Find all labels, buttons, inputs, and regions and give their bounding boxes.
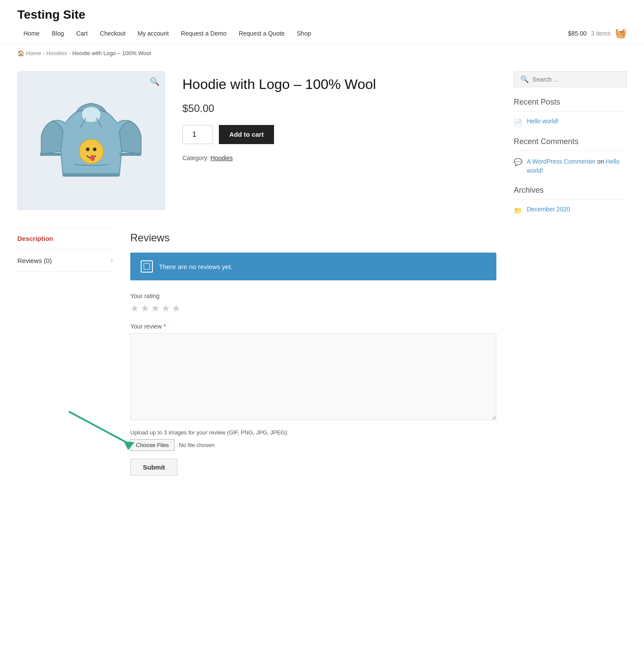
choose-files-button[interactable]: Choose Files	[130, 439, 175, 451]
upload-label: Upload up to 3 images for your review (G…	[130, 429, 496, 436]
zoom-icon[interactable]: 🔍	[150, 77, 159, 86]
add-to-cart-button[interactable]: Add to cart	[219, 125, 274, 144]
comment-text: A WordPress Commenter on Hello world!	[527, 157, 627, 175]
product-price: $50.00	[182, 102, 496, 115]
star-1[interactable]: ★	[130, 303, 139, 314]
product-category: Category: Hoodies	[182, 155, 496, 161]
product-title: Hoodie with Logo – 100% Wool	[182, 76, 496, 94]
no-file-text: No file chosen	[179, 442, 215, 448]
recent-comments-section: Recent Comments 💬 A WordPress Commenter …	[514, 137, 627, 175]
product-image-svg	[39, 89, 143, 193]
comment-on: on	[597, 158, 604, 165]
tabs-reviews-container: Description Reviews (0) › Reviews ☐ Ther…	[17, 227, 496, 476]
site-header: Testing Site Home Blog Cart Checkout My …	[0, 0, 644, 44]
home-icon: 🏠	[17, 50, 24, 56]
no-reviews-message: There are no reviews yet.	[159, 263, 232, 270]
list-item: 💬 A WordPress Commenter on Hello world!	[514, 157, 627, 175]
recent-comments-title: Recent Comments	[514, 137, 627, 151]
document-icon: 📄	[514, 118, 522, 127]
product-details: Hoodie with Logo – 100% Wool $50.00 Add …	[182, 71, 496, 210]
list-item: 📄 Hello world!	[514, 118, 627, 127]
breadcrumb: 🏠 Home › Hoodies › Hoodie with Logo – 10…	[0, 44, 644, 62]
cart-icon[interactable]: 🧺	[615, 28, 627, 39]
tab-reviews[interactable]: Reviews (0) ›	[17, 250, 113, 272]
review-textarea[interactable]	[130, 333, 496, 420]
upload-section: Upload up to 3 images for your review (G…	[130, 429, 496, 451]
product-image: 🔍	[17, 71, 165, 210]
star-5[interactable]: ★	[172, 303, 181, 314]
nav-blog[interactable]: Blog	[46, 28, 70, 39]
upload-row: Choose Files No file chosen	[130, 439, 496, 451]
reviews-title: Reviews	[130, 232, 496, 244]
nav-shop[interactable]: Shop	[291, 28, 317, 39]
tab-reviews-label: Reviews (0)	[17, 257, 52, 264]
review-field-container: Your review *	[130, 323, 496, 421]
nav-home[interactable]: Home	[17, 28, 46, 39]
archives-title: Archives	[514, 186, 627, 200]
svg-rect-7	[119, 153, 141, 156]
svg-rect-5	[63, 173, 119, 177]
content-area: 🔍	[17, 71, 496, 476]
comment-icon: 💬	[514, 158, 522, 166]
star-3[interactable]: ★	[151, 303, 160, 314]
search-icon: 🔍	[520, 75, 529, 83]
nav-request-quote[interactable]: Request a Quote	[233, 28, 291, 39]
archive-december-2020[interactable]: December 2020	[527, 206, 570, 213]
nav-my-account[interactable]: My account	[132, 28, 175, 39]
chevron-right-icon: ›	[111, 256, 113, 264]
star-rating[interactable]: ★ ★ ★ ★ ★	[130, 303, 496, 314]
svg-point-2	[86, 148, 89, 151]
reviews-section: Reviews ☐ There are no reviews yet. Your…	[130, 232, 496, 476]
quantity-input[interactable]	[182, 125, 213, 144]
rating-section: Your rating ★ ★ ★ ★ ★	[130, 293, 496, 314]
cart-count: 3 items	[591, 30, 611, 37]
breadcrumb-hoodies[interactable]: Hoodies	[46, 50, 67, 56]
recent-posts-section: Recent Posts 📄 Hello world!	[514, 98, 627, 127]
submit-button[interactable]: Submit	[130, 459, 178, 476]
nav-request-demo[interactable]: Request a Demo	[175, 28, 233, 39]
cart-price: $85.00	[568, 30, 587, 37]
review-label: Your review *	[130, 323, 496, 330]
site-title: Testing Site	[17, 8, 627, 22]
sidebar-search[interactable]: 🔍	[514, 71, 627, 87]
no-reviews-banner: ☐ There are no reviews yet.	[130, 253, 496, 280]
svg-point-3	[93, 148, 96, 151]
archives-section: Archives 📁 December 2020	[514, 186, 627, 215]
rating-label: Your rating	[130, 293, 496, 299]
recent-posts-title: Recent Posts	[514, 98, 627, 112]
archive-icon: 📁	[514, 207, 522, 215]
category-link[interactable]: Hoodies	[211, 155, 233, 161]
breadcrumb-home[interactable]: Home	[26, 50, 41, 56]
svg-point-4	[90, 155, 95, 161]
tab-description-label: Description	[17, 235, 53, 242]
breadcrumb-separator-2: ›	[69, 50, 70, 56]
commenter-link[interactable]: A WordPress Commenter	[527, 158, 595, 165]
sidebar: 🔍 Recent Posts 📄 Hello world! Recent Com…	[514, 71, 627, 476]
main-nav: Home Blog Cart Checkout My account Reque…	[17, 28, 627, 39]
list-item: 📁 December 2020	[514, 206, 627, 215]
tab-description[interactable]: Description	[17, 228, 113, 250]
product-section: 🔍	[17, 71, 496, 210]
nav-checkout[interactable]: Checkout	[94, 28, 132, 39]
info-icon: ☐	[141, 260, 153, 273]
nav-cart[interactable]: Cart	[70, 28, 93, 39]
category-label: Category:	[182, 155, 209, 161]
search-input[interactable]	[532, 76, 620, 83]
recent-post-hello-world[interactable]: Hello world!	[527, 118, 558, 125]
cart-info: $85.00 3 items 🧺	[568, 28, 627, 39]
tabs-section: Description Reviews (0) ›	[17, 227, 113, 476]
star-4[interactable]: ★	[162, 303, 170, 314]
add-to-cart-row: Add to cart	[182, 125, 496, 144]
breadcrumb-separator-1: ›	[43, 50, 45, 56]
svg-rect-6	[40, 153, 62, 156]
main-container: 🔍	[0, 62, 644, 484]
star-2[interactable]: ★	[141, 303, 149, 314]
breadcrumb-current: Hoodie with Logo – 100% Wool	[72, 50, 151, 56]
required-marker: *	[164, 323, 166, 330]
